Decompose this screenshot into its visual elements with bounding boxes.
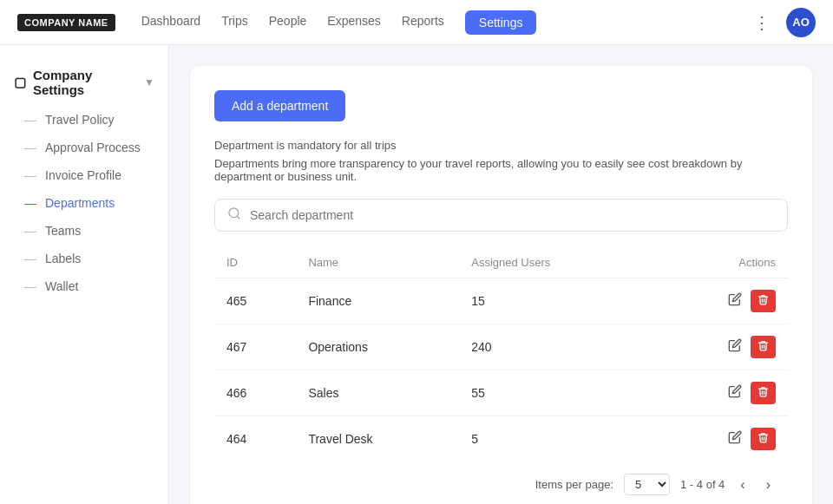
nav-dashboard[interactable]: Dashboard [141,10,201,35]
cell-name: Finance [296,278,459,324]
col-assigned-users: Assigned Users [459,247,649,278]
col-actions: Actions [649,247,788,278]
top-nav: COMPANY NAME Dashboard Trips People Expe… [0,0,833,45]
logo: COMPANY NAME [17,14,115,31]
avatar[interactable]: AO [786,8,816,37]
next-page-button[interactable]: › [761,475,776,494]
prev-page-button[interactable]: ‹ [735,475,750,494]
nav-people[interactable]: People [269,10,307,35]
sidebar-item-departments[interactable]: — Departments [0,189,168,217]
cell-actions [649,278,788,324]
delete-button[interactable] [751,428,776,450]
departments-table: ID Name Assigned Users Actions 465 Finan… [214,247,788,461]
nav-settings[interactable]: Settings [465,10,537,35]
add-department-button[interactable]: Add a department [214,90,345,121]
delete-button[interactable] [751,382,776,404]
cell-id: 466 [214,370,296,416]
sidebar-item-teams[interactable]: — Teams [0,217,168,245]
delete-button[interactable] [751,290,776,312]
table-row: 467 Operations 240 [214,324,788,370]
cell-assigned-users: 55 [459,370,649,416]
col-id: ID [214,247,296,278]
nav-reports[interactable]: Reports [402,10,444,35]
desc-transparency: Departments bring more transparency to y… [214,157,788,183]
cell-name: Operations [296,324,459,370]
desc-mandatory: Department is mandatory for all trips [214,139,788,152]
cell-actions [649,370,788,416]
nav-right: ⋮ AO [753,8,816,37]
sidebar-item-approval-process[interactable]: — Approval Process [0,134,168,161]
edit-button[interactable] [725,289,745,313]
sidebar-item-travel-policy[interactable]: — Travel Policy [0,106,168,134]
cell-id: 465 [214,278,296,324]
cell-assigned-users: 5 [459,416,649,462]
col-name: Name [296,247,459,278]
items-per-page-label: Items per page: [535,478,613,491]
svg-line-1 [237,216,239,219]
edit-button[interactable] [725,335,745,359]
nav-expenses[interactable]: Expenses [327,10,380,35]
cell-id: 464 [214,416,296,462]
sidebar-company[interactable]: ▢ Company Settings ▼ [0,59,168,106]
cell-name: Sales [296,370,459,416]
layout: ▢ Company Settings ▼ — Travel Policy — A… [0,45,833,504]
nav-trips[interactable]: Trips [221,10,248,35]
table-row: 465 Finance 15 [214,278,788,324]
cell-actions [649,416,788,462]
table-row: 466 Sales 55 [214,370,788,416]
building-icon: ▢ [14,75,26,90]
table-row: 464 Travel Desk 5 [214,416,788,462]
page-range: 1 - 4 of 4 [680,478,725,491]
cell-assigned-users: 240 [459,324,649,370]
departments-card: Add a department Department is mandatory… [190,66,812,504]
search-input[interactable] [250,208,775,222]
edit-button[interactable] [725,427,745,451]
sidebar-item-invoice-profile[interactable]: — Invoice Profile [0,161,168,189]
pagination: Items per page: 5 10 20 50 1 - 4 of 4 ‹ … [214,461,788,497]
sidebar-item-wallet[interactable]: — Wallet [0,272,168,300]
edit-button[interactable] [725,381,745,405]
sidebar: ▢ Company Settings ▼ — Travel Policy — A… [0,45,169,504]
delete-button[interactable] [751,336,776,358]
logo-text: COMPANY NAME [17,14,115,31]
search-icon [227,206,241,224]
cell-actions [649,324,788,370]
search-bar [214,199,788,232]
nav-links: Dashboard Trips People Expenses Reports … [141,10,753,35]
cell-assigned-users: 15 [459,278,649,324]
chevron-down-icon: ▼ [144,76,154,88]
more-options-icon[interactable]: ⋮ [753,12,772,33]
items-per-page-select[interactable]: 5 10 20 50 [624,474,670,495]
sidebar-item-labels[interactable]: — Labels [0,245,168,272]
cell-name: Travel Desk [296,416,459,462]
main-content: Add a department Department is mandatory… [169,45,833,504]
sidebar-company-name: ▢ Company Settings [14,68,144,97]
cell-id: 467 [214,324,296,370]
